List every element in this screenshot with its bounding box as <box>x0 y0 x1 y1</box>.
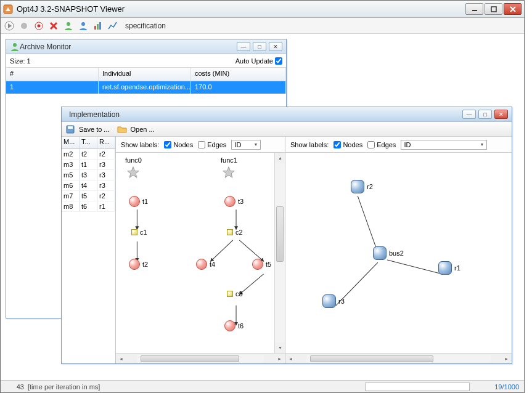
node-t3[interactable]: t3 <box>224 196 243 207</box>
main-window: Opt4J 3.2-SNAPSHOT Viewer specification … <box>0 0 525 393</box>
svg-point-17 <box>13 43 17 47</box>
list-item[interactable]: m8t6r1 <box>62 201 115 212</box>
label-select-1[interactable]: ID▼ <box>231 140 261 150</box>
svg-point-13 <box>81 22 85 26</box>
close-button[interactable] <box>504 3 522 15</box>
progress-bar <box>365 383 470 391</box>
implementation-window: Implementation — □ ✕ Save to ... Open ..… <box>61 107 512 364</box>
table-row[interactable]: 1 net.sf.opendse.optimization... 170.0 <box>6 81 286 94</box>
node-t5[interactable]: t5 <box>252 259 271 270</box>
monitor-icon <box>10 42 20 52</box>
node-t2[interactable]: t2 <box>129 259 148 270</box>
chart-icon[interactable] <box>93 21 103 31</box>
star-icon <box>223 166 235 179</box>
svg-rect-19 <box>68 126 73 129</box>
h-scrollbar-2[interactable]: ◄► <box>285 353 512 363</box>
record-icon[interactable] <box>19 21 29 31</box>
svg-line-25 <box>239 274 263 294</box>
svg-marker-27 <box>128 167 139 178</box>
save-to-button[interactable]: Save to ... <box>79 126 110 133</box>
nodes-checkbox-2[interactable] <box>334 141 341 148</box>
node-t4[interactable]: t4 <box>196 259 215 270</box>
impl-close-button[interactable]: ✕ <box>494 110 508 119</box>
edges-checkbox-2[interactable] <box>367 141 375 148</box>
size-value: 1 <box>27 57 31 65</box>
star-icon <box>127 166 139 179</box>
archive-title: Archive Monitor <box>20 43 237 51</box>
node-bus2[interactable]: bus2 <box>373 246 404 260</box>
task-graph-panel: Show labels: Nodes Edges ID▼ <box>116 137 285 363</box>
show-labels-label: Show labels: <box>290 141 329 148</box>
node-c2[interactable]: c2 <box>227 229 243 236</box>
col-t[interactable]: T... <box>80 137 97 148</box>
h-scrollbar[interactable]: ◄► <box>116 353 285 363</box>
list-item[interactable]: m6t4r3 <box>62 180 115 191</box>
auto-update-checkbox[interactable] <box>275 57 282 65</box>
label-select-2[interactable]: ID▼ <box>401 140 487 150</box>
impl-maximize-button[interactable]: □ <box>478 110 492 119</box>
svg-rect-14 <box>94 26 96 30</box>
svg-rect-2 <box>491 7 496 12</box>
node-r1[interactable]: r1 <box>438 261 460 275</box>
archive-maximize-button[interactable]: □ <box>253 42 266 51</box>
impl-minimize-button[interactable]: — <box>462 110 476 119</box>
node-c3[interactable]: c3 <box>227 290 243 298</box>
show-labels-label: Show labels: <box>121 141 159 148</box>
titlebar: Opt4J 3.2-SNAPSHOT Viewer <box>1 1 524 18</box>
app-icon <box>3 4 13 14</box>
archive-table-header: # Individual costs (MIN) <box>6 68 286 81</box>
svg-rect-15 <box>97 24 99 30</box>
col-individual[interactable]: Individual <box>99 68 191 81</box>
svg-point-9 <box>38 24 41 27</box>
node-c1[interactable]: c1 <box>131 229 147 236</box>
col-r[interactable]: R... <box>97 137 115 148</box>
svg-line-31 <box>387 260 441 273</box>
stop-icon[interactable] <box>34 21 44 31</box>
nodes-checkbox-1[interactable] <box>164 141 171 148</box>
list-item[interactable]: m7t5r2 <box>62 191 115 201</box>
svg-point-7 <box>21 23 27 29</box>
mapping-table: M... T... R... m2t2r2 m3t1r3 m5t3r3 m6t4… <box>62 137 116 363</box>
archive-minimize-button[interactable]: — <box>237 42 250 51</box>
col-m[interactable]: M... <box>62 137 80 148</box>
svg-marker-6 <box>8 23 12 28</box>
svg-point-12 <box>67 22 70 26</box>
edges-checkbox-1[interactable] <box>198 141 205 148</box>
progress-text: 19/1000 <box>494 383 519 391</box>
node-r2[interactable]: r2 <box>351 180 373 193</box>
archive-close-button[interactable]: ✕ <box>269 42 282 51</box>
maximize-button[interactable] <box>485 3 502 15</box>
window-title: Opt4J 3.2-SNAPSHOT Viewer <box>17 4 464 14</box>
size-label: Size: <box>10 57 25 65</box>
svg-marker-28 <box>223 167 234 178</box>
v-scrollbar[interactable]: ▲▼ <box>274 153 285 353</box>
node-t1[interactable]: t1 <box>129 196 148 207</box>
status-bar: 43 [time per iteration in ms] 19/1000 <box>1 380 524 392</box>
list-item[interactable]: m2t2r2 <box>62 149 115 160</box>
user-green-icon[interactable] <box>63 21 73 31</box>
svg-rect-16 <box>99 22 101 30</box>
impl-title: Implementation <box>65 110 462 119</box>
specification-link[interactable]: specification <box>125 22 166 30</box>
list-item[interactable]: m3t1r3 <box>62 160 115 170</box>
folder-icon <box>117 124 127 134</box>
play-icon[interactable] <box>4 21 14 31</box>
open-button[interactable]: Open ... <box>131 126 155 133</box>
node-t6[interactable]: t6 <box>224 320 243 331</box>
node-r3[interactable]: r3 <box>322 294 345 308</box>
iteration-time: 43 <box>6 383 24 391</box>
list-item[interactable]: m5t3r3 <box>62 170 115 180</box>
iteration-time-label: [time per iteration in ms] <box>28 383 100 391</box>
resource-graph-panel: Show labels: Nodes Edges ID▼ r2 bus2 <box>285 137 512 363</box>
toolbar: specification <box>1 18 524 34</box>
minimize-button[interactable] <box>465 3 483 15</box>
user-blue-icon[interactable] <box>78 21 88 31</box>
graph-icon[interactable] <box>108 21 118 31</box>
col-number[interactable]: # <box>6 68 99 81</box>
delete-icon[interactable] <box>49 21 59 31</box>
save-icon <box>65 124 75 134</box>
auto-update-label: Auto Update <box>235 57 273 65</box>
col-costs[interactable]: costs (MIN) <box>191 68 286 81</box>
